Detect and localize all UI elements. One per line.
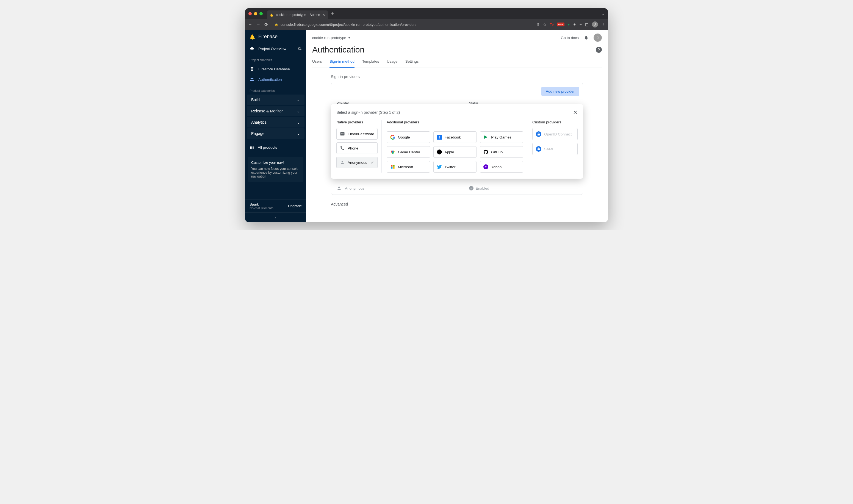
chevron-down-icon[interactable]: ⌄ bbox=[601, 11, 604, 17]
window-minimize[interactable] bbox=[254, 12, 257, 15]
sidebar-category-build[interactable]: Build ⌄ bbox=[247, 94, 305, 105]
provider-game-center[interactable]: Game Center bbox=[387, 146, 430, 158]
sidebar-all-products[interactable]: All products bbox=[245, 142, 306, 152]
tab-close-icon[interactable]: ✕ bbox=[322, 13, 325, 17]
svg-rect-10 bbox=[253, 148, 253, 149]
sidebar-category-release[interactable]: Release & Monitor ⌄ bbox=[247, 106, 305, 116]
main-content: cookie-run-prototype ▼ Go to docs J Auth… bbox=[306, 30, 608, 222]
sidebar: Firebase Project Overview Project shortc… bbox=[245, 30, 306, 222]
address-bar[interactable]: 🔒 console.firebase.google.com/u/0/projec… bbox=[272, 22, 532, 26]
game-center-icon bbox=[390, 149, 395, 155]
tab-signin-method[interactable]: Sign-in method bbox=[329, 59, 355, 68]
provider-twitter[interactable]: Twitter bbox=[433, 161, 477, 173]
tab-templates[interactable]: Templates bbox=[362, 59, 379, 68]
help-icon[interactable]: ? bbox=[596, 47, 602, 53]
plan-footer: Spark No-cost $0/month Upgrade bbox=[245, 199, 306, 212]
share-icon[interactable]: ⇧ bbox=[537, 22, 540, 26]
tab-usage[interactable]: Usage bbox=[387, 59, 398, 68]
extension-abp-icon[interactable]: ABP bbox=[557, 22, 564, 26]
playlist-icon[interactable]: ≡ bbox=[580, 22, 582, 26]
provider-microsoft[interactable]: Microsoft bbox=[387, 161, 430, 173]
extensions-icon[interactable]: ✦ bbox=[573, 22, 576, 26]
sidebar-category-analytics[interactable]: Analytics ⌄ bbox=[247, 117, 305, 127]
back-button[interactable]: ← bbox=[248, 22, 252, 27]
svg-rect-4 bbox=[253, 146, 253, 146]
sidebar-category-engage[interactable]: Engage ⌄ bbox=[247, 128, 305, 139]
provider-github[interactable]: GitHub bbox=[480, 146, 523, 158]
chevron-down-icon: ⌄ bbox=[297, 120, 300, 125]
page-title: Authentication bbox=[312, 45, 364, 54]
project-overview-link[interactable]: Project Overview bbox=[245, 43, 306, 54]
sidebar-item-firestore[interactable]: Firestore Database bbox=[245, 64, 306, 74]
promo-card: Customize your nav! You can now focus yo… bbox=[248, 157, 303, 182]
kebab-menu-icon[interactable]: ⋮ bbox=[601, 22, 605, 26]
svg-rect-6 bbox=[251, 147, 252, 148]
browser-toolbar: ← → ⟳ 🔒 console.firebase.google.com/u/0/… bbox=[245, 19, 608, 30]
new-tab-button[interactable]: + bbox=[331, 11, 334, 17]
panel-icon[interactable]: ◫ bbox=[585, 22, 588, 26]
firebase-logo[interactable]: Firebase bbox=[245, 30, 306, 43]
facebook-icon: f bbox=[437, 134, 442, 140]
window-maximize[interactable] bbox=[259, 12, 263, 15]
dropdown-triangle-icon: ▼ bbox=[348, 36, 351, 39]
person-icon bbox=[337, 186, 342, 191]
provider-google[interactable]: Google bbox=[387, 131, 430, 143]
custom-providers-label: Custom providers bbox=[532, 120, 578, 124]
extension-pin-icon[interactable]: ▾ bbox=[568, 22, 570, 26]
svg-point-11 bbox=[338, 186, 340, 188]
auth-icon bbox=[250, 77, 254, 82]
svg-rect-20 bbox=[393, 167, 395, 169]
svg-point-0 bbox=[251, 78, 252, 79]
provider-play-games[interactable]: Play Games bbox=[480, 131, 523, 143]
notifications-icon[interactable] bbox=[584, 35, 588, 40]
svg-rect-19 bbox=[391, 167, 393, 169]
person-icon bbox=[340, 160, 345, 165]
svg-point-1 bbox=[252, 78, 254, 79]
tab-title: cookie-run-prototype – Authen bbox=[276, 13, 320, 17]
yahoo-icon: Y bbox=[484, 164, 488, 169]
url-text: console.firebase.google.com/u/0/project/… bbox=[280, 22, 416, 26]
provider-yahoo[interactable]: Y Yahoo bbox=[480, 161, 523, 173]
browser-profile-avatar[interactable]: J bbox=[592, 21, 598, 28]
provider-phone[interactable]: Phone bbox=[337, 142, 378, 154]
provider-row-anonymous[interactable]: Anonymous ✓ Enabled bbox=[331, 182, 583, 195]
chevron-down-icon: ⌄ bbox=[297, 97, 300, 102]
provider-anonymous[interactable]: Anonymous ✓ bbox=[337, 157, 378, 168]
tab-users[interactable]: Users bbox=[312, 59, 322, 68]
tab-settings[interactable]: Settings bbox=[405, 59, 419, 68]
browser-tab[interactable]: cookie-run-prototype – Authen ✕ bbox=[267, 11, 328, 19]
user-avatar[interactable]: J bbox=[594, 34, 602, 42]
email-icon bbox=[340, 131, 345, 136]
select-provider-modal: Select a sign-in provider (Step 1 of 2) … bbox=[331, 104, 583, 179]
github-icon bbox=[484, 149, 488, 155]
provider-saml[interactable]: SAML bbox=[532, 143, 578, 155]
svg-rect-9 bbox=[251, 148, 252, 149]
apple-icon bbox=[437, 149, 442, 155]
provider-facebook[interactable]: f Facebook bbox=[433, 131, 477, 143]
provider-openid-connect[interactable]: OpenID Connect bbox=[532, 128, 578, 140]
play-games-icon bbox=[484, 134, 488, 140]
provider-email-password[interactable]: Email/Password bbox=[337, 128, 378, 140]
grid-icon bbox=[250, 145, 254, 149]
modal-close-button[interactable]: ✕ bbox=[573, 109, 578, 116]
forward-button[interactable]: → bbox=[256, 22, 260, 27]
collapse-sidebar-button[interactable]: ‹ bbox=[245, 212, 306, 222]
window-close[interactable] bbox=[249, 12, 252, 15]
project-selector[interactable]: cookie-run-prototype ▼ bbox=[312, 36, 351, 40]
go-to-docs-link[interactable]: Go to docs bbox=[561, 36, 579, 40]
lock-icon bbox=[536, 146, 541, 152]
sidebar-item-authentication[interactable]: Authentication bbox=[245, 74, 306, 85]
microsoft-icon bbox=[390, 164, 395, 169]
svg-point-12 bbox=[342, 161, 343, 162]
add-new-provider-button[interactable]: Add new provider bbox=[541, 87, 579, 96]
gear-icon[interactable] bbox=[297, 47, 302, 51]
upgrade-button[interactable]: Upgrade bbox=[288, 204, 302, 208]
home-icon bbox=[250, 46, 254, 51]
provider-apple[interactable]: Apple bbox=[433, 146, 477, 158]
reload-button[interactable]: ⟳ bbox=[265, 22, 268, 27]
auth-tabs: Users Sign-in method Templates Usage Set… bbox=[312, 59, 602, 68]
star-icon[interactable]: ☆ bbox=[543, 22, 547, 26]
extension-tp-icon[interactable]: Tp bbox=[550, 23, 553, 26]
svg-rect-7 bbox=[253, 147, 253, 148]
chevron-down-icon: ⌄ bbox=[297, 109, 300, 113]
